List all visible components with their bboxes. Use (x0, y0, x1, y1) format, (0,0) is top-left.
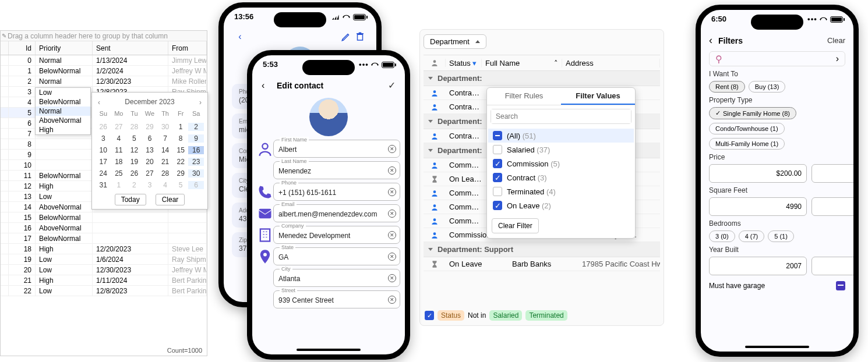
day-cell[interactable]: 13 (142, 146, 158, 154)
back-icon[interactable]: ‹ (234, 31, 246, 42)
text-field[interactable]: CityAtlanta✕ (273, 269, 400, 287)
day-cell[interactable]: 26 (126, 169, 142, 178)
clear-icon[interactable]: ✕ (388, 296, 396, 304)
filter-item[interactable]: ✓Contract (3) (488, 171, 634, 184)
filter-summary[interactable]: ✓ Status Not in Salaried Terminated (425, 310, 567, 321)
clear-icon[interactable]: ✕ (388, 253, 396, 261)
date-picker[interactable]: ‹ December 2023 › SuMoTuWeThFrSa 2627282… (91, 92, 208, 210)
filter-item[interactable]: (All) (51) (488, 129, 634, 143)
chip-bed-4[interactable]: 4 (7) (739, 230, 765, 242)
table-row[interactable]: 20Low12/30/2023Jeffrey W M… (1, 265, 207, 275)
filter-item[interactable]: ✓Commission (5) (488, 157, 634, 171)
day-cell[interactable]: 8 (173, 134, 189, 143)
day-cell[interactable]: 27 (111, 123, 127, 131)
col-full-name[interactable]: Full Name˄ (482, 59, 562, 68)
col-from[interactable]: From (168, 41, 207, 55)
day-cell[interactable]: 25 (111, 169, 127, 178)
priority-option[interactable]: AboveNormal (36, 116, 90, 125)
table-row[interactable]: 2Normal12/30/2023Mike Roller (1, 76, 207, 87)
location-row[interactable]: ⚲ › (709, 51, 845, 66)
day-cell[interactable]: 30 (188, 169, 204, 178)
filter-icon[interactable]: ▾ (472, 59, 477, 68)
chip-buy[interactable]: Buy (13) (749, 81, 786, 93)
checkbox[interactable]: ✓ (493, 201, 502, 210)
col-status[interactable]: Status ▾ (446, 59, 482, 68)
tab-filter-rules[interactable]: Filter Rules (487, 88, 561, 105)
year-min-input[interactable] (709, 257, 807, 275)
table-row[interactable]: 19Low1/6/2024Ray Shipma… (1, 254, 207, 265)
checkbox[interactable]: ✓ (493, 173, 502, 182)
day-cell[interactable]: 3 (142, 181, 158, 189)
day-cell[interactable]: 17 (96, 158, 111, 166)
group-by-pill[interactable]: Department (424, 34, 486, 49)
day-cell[interactable]: 28 (157, 169, 173, 178)
col-address[interactable]: Address (562, 59, 660, 68)
table-row[interactable]: 0Normal1/13/2024Jimmy Lew… (1, 55, 207, 66)
garage-row[interactable]: Must have garage (709, 281, 845, 290)
priority-option[interactable]: High (36, 125, 90, 134)
day-cell[interactable]: 28 (126, 123, 142, 131)
chip-multi[interactable]: Multi-Family Home (1) (709, 138, 785, 150)
clear-icon[interactable]: ✕ (388, 188, 396, 196)
day-cell[interactable]: 4 (111, 134, 127, 143)
sqft-min-input[interactable] (709, 197, 807, 216)
day-cell[interactable]: 9 (188, 134, 204, 143)
priority-option[interactable]: BelowNormal (36, 97, 90, 107)
clear-icon[interactable]: ✕ (388, 166, 396, 175)
day-cell[interactable]: 10 (96, 146, 111, 154)
day-cell[interactable]: 14 (157, 146, 173, 154)
day-cell[interactable]: 1 (111, 181, 127, 189)
back-icon[interactable]: ‹ (262, 80, 272, 91)
filter-item[interactable]: ✓On Leave (2) (488, 198, 634, 212)
day-cell[interactable]: 18 (111, 158, 127, 166)
group-row[interactable]: Department: (424, 71, 660, 86)
text-field[interactable]: Phone+1 (151) 615-1611✕ (273, 183, 400, 201)
clear-icon[interactable]: ✕ (388, 210, 396, 218)
day-cell[interactable]: 1 (173, 123, 189, 131)
save-check-icon[interactable]: ✓ (388, 80, 396, 91)
priority-dropdown[interactable]: LowBelowNormalNormalAboveNormalHigh (35, 87, 91, 135)
day-cell[interactable]: 26 (96, 123, 111, 131)
sqft-max-input[interactable] (811, 197, 859, 216)
day-cell[interactable]: 30 (157, 123, 173, 131)
filter-item[interactable]: Terminated (4) (488, 184, 634, 198)
day-cell[interactable]: 6 (142, 134, 158, 143)
search-input[interactable] (491, 109, 631, 123)
table-row[interactable]: 18High12/20/2023Steve Lee (1, 244, 207, 254)
checkbox[interactable] (493, 187, 502, 196)
clear-icon[interactable]: ✕ (388, 231, 396, 239)
checkbox[interactable] (493, 131, 502, 140)
col-sent[interactable]: Sent (93, 41, 168, 55)
text-field[interactable]: Last NameMenendez✕ (273, 161, 400, 179)
day-cell[interactable]: 2 (188, 123, 204, 131)
day-cell[interactable]: 16 (188, 146, 204, 154)
table-row[interactable]: On LeaveBarb Banks17985 Pacific Coast Hw… (424, 257, 660, 271)
edit-icon[interactable] (340, 31, 352, 42)
day-cell[interactable]: 3 (96, 134, 111, 143)
text-field[interactable]: StateGA✕ (273, 247, 400, 265)
day-cell[interactable]: 2 (126, 181, 142, 189)
day-cell[interactable]: 29 (142, 123, 158, 131)
day-cell[interactable]: 29 (173, 169, 189, 178)
priority-option[interactable]: Normal (36, 107, 90, 116)
table-row[interactable]: 22Low12/8/2023Bert Parkins (1, 286, 207, 296)
clear-icon[interactable]: ✕ (388, 274, 396, 282)
day-cell[interactable]: 7 (157, 134, 173, 143)
table-row[interactable]: 15BelowNormal (1, 212, 207, 223)
day-cell[interactable]: 19 (126, 158, 142, 166)
priority-option[interactable]: Low (36, 88, 90, 97)
day-cell[interactable]: 20 (142, 158, 158, 166)
checkbox[interactable] (493, 145, 502, 154)
day-cell[interactable]: 5 (173, 181, 189, 189)
day-cell[interactable]: 21 (157, 158, 173, 166)
text-field[interactable]: Emailalbert.men@menendezdev.com✕ (273, 204, 400, 222)
price-min-input[interactable] (709, 164, 807, 183)
table-row[interactable]: 21High1/11/2024Bert Parkins (1, 275, 207, 286)
today-button[interactable]: Today (115, 194, 146, 205)
filter-enabled-checkbox[interactable]: ✓ (425, 311, 434, 320)
clear-filter-button[interactable]: Clear Filter (492, 218, 539, 233)
filter-item[interactable]: Salaried (37) (488, 143, 634, 157)
clear-icon[interactable]: ✕ (388, 145, 396, 153)
day-cell[interactable]: 22 (173, 158, 189, 166)
delete-icon[interactable] (354, 31, 366, 42)
